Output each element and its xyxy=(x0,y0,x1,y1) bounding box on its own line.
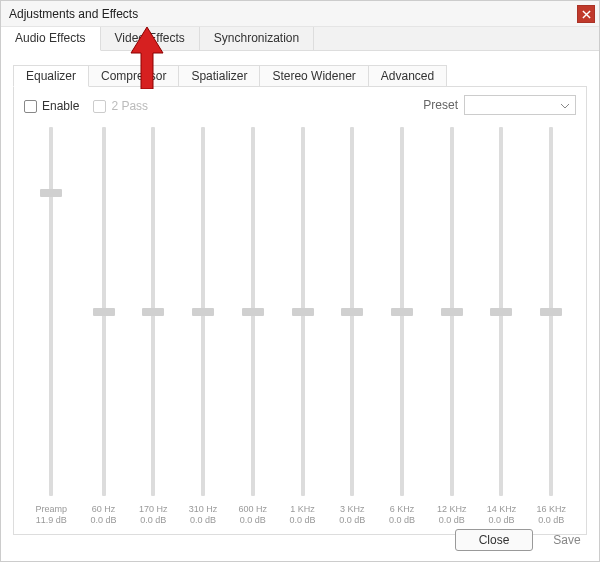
eq-band-column: 310 Hz0.0 dB xyxy=(178,123,228,526)
options-row: Enable 2 Pass Preset xyxy=(24,95,576,117)
slider-wrap xyxy=(24,123,79,500)
tabs-main: Audio Effects Video Effects Synchronizat… xyxy=(1,27,599,51)
slider-track xyxy=(49,127,53,496)
eq-band-labels: 170 Hz0.0 dB xyxy=(139,500,168,526)
content-area: Equalizer Compressor Spatializer Stereo … xyxy=(1,51,599,535)
eq-band-labels: 600 Hz0.0 dB xyxy=(239,500,268,526)
tab-compressor[interactable]: Compressor xyxy=(88,65,179,86)
eq-band-slider[interactable] xyxy=(79,127,129,496)
slider-wrap xyxy=(427,123,477,500)
eq-band-labels: 14 KHz0.0 dB xyxy=(487,500,517,526)
eq-band-slider[interactable] xyxy=(178,127,228,496)
preset-dropdown[interactable] xyxy=(464,95,576,115)
eq-band-slider[interactable] xyxy=(228,127,278,496)
preset-label: Preset xyxy=(423,98,458,112)
eq-band-value: 0.0 dB xyxy=(389,515,415,526)
eq-band-column: 170 Hz0.0 dB xyxy=(128,123,178,526)
checkbox-box-icon xyxy=(24,100,37,113)
slider-wrap xyxy=(228,123,278,500)
slider-thumb[interactable] xyxy=(242,308,264,316)
tab-equalizer[interactable]: Equalizer xyxy=(13,65,89,87)
preamp-label: Preamp xyxy=(36,504,68,515)
eq-band-column: 6 KHz0.0 dB xyxy=(377,123,427,526)
eq-band-slider[interactable] xyxy=(278,127,328,496)
eq-band-freq: 170 Hz xyxy=(139,504,168,515)
eq-band-slider[interactable] xyxy=(526,127,576,496)
slider-thumb[interactable] xyxy=(441,308,463,316)
eq-band-value: 0.0 dB xyxy=(536,515,566,526)
preset-row: Preset xyxy=(423,95,576,115)
eq-band-column: 3 KHz0.0 dB xyxy=(327,123,377,526)
slider-thumb[interactable] xyxy=(391,308,413,316)
eq-band-freq: 1 KHz xyxy=(289,504,315,515)
two-pass-checkbox: 2 Pass xyxy=(93,99,148,113)
slider-thumb[interactable] xyxy=(341,308,363,316)
eq-band-value: 0.0 dB xyxy=(139,515,168,526)
eq-band-value: 0.0 dB xyxy=(487,515,517,526)
eq-band-labels: 16 KHz0.0 dB xyxy=(536,500,566,526)
slider-thumb[interactable] xyxy=(540,308,562,316)
eq-band-value: 0.0 dB xyxy=(239,515,268,526)
slider-wrap xyxy=(327,123,377,500)
eq-band-value: 0.0 dB xyxy=(189,515,218,526)
equalizer-panel: Enable 2 Pass Preset Preamp11.9 dB60 H xyxy=(13,87,587,535)
equalizer-area: Preamp11.9 dB60 Hz0.0 dB170 Hz0.0 dB310 … xyxy=(24,123,576,526)
slider-thumb[interactable] xyxy=(192,308,214,316)
eq-band-labels: 60 Hz0.0 dB xyxy=(91,500,117,526)
eq-band-value: 0.0 dB xyxy=(289,515,315,526)
close-icon[interactable] xyxy=(577,5,595,23)
tab-advanced[interactable]: Advanced xyxy=(368,65,447,86)
eq-band-freq: 6 KHz xyxy=(389,504,415,515)
eq-band-freq: 16 KHz xyxy=(536,504,566,515)
eq-band-column: 60 Hz0.0 dB xyxy=(79,123,129,526)
eq-band-labels: 3 KHz0.0 dB xyxy=(339,500,365,526)
eq-band-column: 12 KHz0.0 dB xyxy=(427,123,477,526)
eq-band-slider[interactable] xyxy=(477,127,527,496)
eq-band-labels: 12 KHz0.0 dB xyxy=(437,500,467,526)
checkbox-box-icon xyxy=(93,100,106,113)
eq-band-slider[interactable] xyxy=(427,127,477,496)
slider-wrap xyxy=(79,123,129,500)
eq-band-column: 600 Hz0.0 dB xyxy=(228,123,278,526)
eq-band-value: 0.0 dB xyxy=(437,515,467,526)
eq-band-labels: 6 KHz0.0 dB xyxy=(389,500,415,526)
eq-band-labels: 310 Hz0.0 dB xyxy=(189,500,218,526)
eq-band-value: 0.0 dB xyxy=(339,515,365,526)
chevron-down-icon xyxy=(561,98,569,112)
close-button-label: Close xyxy=(479,533,510,547)
eq-band-column: 14 KHz0.0 dB xyxy=(477,123,527,526)
eq-band-labels: 1 KHz0.0 dB xyxy=(289,500,315,526)
enable-checkbox[interactable]: Enable xyxy=(24,99,79,113)
eq-band-slider[interactable] xyxy=(128,127,178,496)
preamp-value: 11.9 dB xyxy=(36,515,68,526)
titlebar[interactable]: Adjustments and Effects xyxy=(1,1,599,27)
tab-audio-effects[interactable]: Audio Effects xyxy=(1,27,101,51)
tab-stereo-widener[interactable]: Stereo Widener xyxy=(259,65,368,86)
two-pass-label: 2 Pass xyxy=(111,99,148,113)
tab-synchronization[interactable]: Synchronization xyxy=(200,27,314,50)
slider-thumb[interactable] xyxy=(490,308,512,316)
eq-band-slider[interactable] xyxy=(377,127,427,496)
eq-band-slider[interactable] xyxy=(327,127,377,496)
eq-band-freq: 310 Hz xyxy=(189,504,218,515)
enable-label: Enable xyxy=(42,99,79,113)
slider-thumb[interactable] xyxy=(40,189,62,197)
window-title: Adjustments and Effects xyxy=(9,7,138,21)
slider-wrap xyxy=(526,123,576,500)
eq-band-column: 1 KHz0.0 dB xyxy=(278,123,328,526)
eq-band-value: 0.0 dB xyxy=(91,515,117,526)
slider-wrap xyxy=(278,123,328,500)
preamp-slider[interactable] xyxy=(24,127,79,496)
tab-video-effects[interactable]: Video Effects xyxy=(101,27,200,50)
eq-band-freq: 14 KHz xyxy=(487,504,517,515)
eq-band-freq: 12 KHz xyxy=(437,504,467,515)
close-button[interactable]: Close xyxy=(455,529,533,551)
tabs-sub: Equalizer Compressor Spatializer Stereo … xyxy=(13,65,587,87)
eq-band-freq: 60 Hz xyxy=(91,504,117,515)
tab-spatializer[interactable]: Spatializer xyxy=(178,65,260,86)
eq-band-column: 16 KHz0.0 dB xyxy=(526,123,576,526)
save-button[interactable]: Save xyxy=(547,529,587,551)
slider-thumb[interactable] xyxy=(93,308,115,316)
slider-thumb[interactable] xyxy=(142,308,164,316)
slider-thumb[interactable] xyxy=(292,308,314,316)
